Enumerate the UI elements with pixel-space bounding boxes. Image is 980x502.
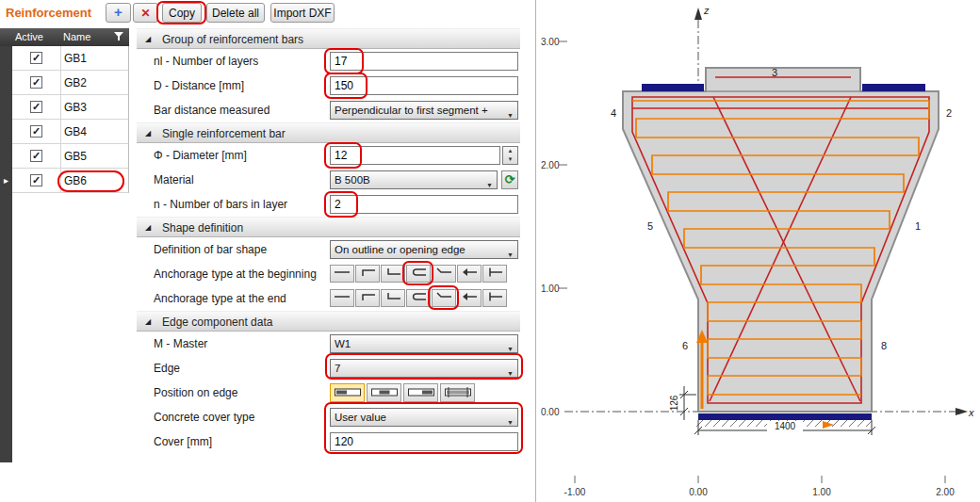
position-both-ends-button[interactable] (440, 383, 475, 402)
table-row[interactable]: ✓ GB1 (0, 46, 129, 71)
y-tick: 1.00 (541, 283, 560, 294)
column-header-active[interactable]: Active (15, 31, 43, 42)
z-axis-label: z (703, 5, 710, 16)
anchorage-hook-down-button[interactable] (355, 289, 380, 307)
check-icon: ✓ (32, 101, 41, 112)
edge-number: 4 (611, 107, 616, 119)
field-distance: D - Distance [mm] (137, 73, 520, 98)
table-row[interactable]: ✓ GB4 (0, 120, 129, 144)
properties-panel: ◢ Group of reinforcement bars nl - Numbe… (137, 28, 520, 463)
check-icon: ✓ (32, 52, 41, 63)
z-axis-arrow-icon (694, 8, 702, 20)
expander-icon: ◢ (145, 35, 151, 43)
anchorage-head-button[interactable] (457, 265, 482, 283)
edge-number: 5 (647, 220, 653, 232)
section-single-bar[interactable]: ◢ Single reinforcement bar (137, 122, 520, 143)
bearing-plate-left (642, 84, 704, 91)
add-reinforcement-button[interactable]: + (106, 3, 131, 23)
bar-distance-dropdown[interactable]: Perpendicular to first segment +▼ (330, 101, 518, 120)
active-checkbox[interactable]: ✓ (30, 76, 42, 89)
expander-icon: ◢ (145, 223, 151, 232)
check-icon: ✓ (32, 174, 41, 186)
active-checkbox[interactable]: ✓ (30, 174, 42, 186)
delete-all-button[interactable]: Delete all (206, 3, 265, 23)
number-of-layers-input[interactable] (330, 52, 518, 71)
cover-input[interactable] (330, 432, 518, 451)
cover-type-dropdown[interactable]: User value▼ (330, 408, 518, 427)
anchorage-loop-button[interactable] (406, 265, 431, 283)
anchorage-bend-button[interactable] (432, 265, 456, 283)
section-edge-component[interactable]: ◢ Edge component data (137, 311, 520, 332)
check-icon: ✓ (32, 125, 41, 137)
row-selector[interactable] (0, 46, 12, 71)
master-dropdown[interactable]: W1▼ (330, 334, 518, 353)
anchorage-hook-down-button[interactable] (355, 265, 380, 283)
field-material: Material B 500B▼ ⟳ (137, 168, 520, 192)
chevron-down-icon: ▼ (507, 107, 514, 120)
position-left-button[interactable] (330, 383, 365, 402)
diameter-spinner[interactable]: ▲ ▼ (502, 146, 518, 165)
field-cover-type: Concrete cover type User value▼ (137, 405, 520, 429)
anchorage-hook-up-button[interactable] (381, 265, 405, 283)
structure-diagram[interactable]: z x 3.00 2.00 1.00 0.00 -1.00 0.00 1.00 … (536, 0, 980, 502)
section-group-of-bars[interactable]: ◢ Group of reinforcement bars (137, 28, 520, 49)
row-name: GB4 (64, 125, 87, 138)
expander-icon: ◢ (145, 129, 151, 138)
anchorage-plate-button[interactable] (482, 265, 507, 283)
table-row[interactable]: ✓ GB3 (0, 95, 129, 120)
field-edge: Edge 7▼ (137, 356, 520, 381)
anchorage-straight-button[interactable] (330, 289, 354, 307)
position-right-button[interactable] (403, 383, 438, 402)
table-header: Active Name (0, 28, 129, 46)
delete-reinforcement-button[interactable]: ✕ (133, 3, 158, 23)
bars-in-layer-input[interactable] (330, 195, 518, 214)
active-checkbox[interactable]: ✓ (30, 125, 42, 138)
field-bar-distance-measured: Bar distance measured Perpendicular to f… (137, 98, 520, 122)
dim-width-label: 1400 (775, 421, 796, 431)
edge-number: 2 (946, 107, 952, 119)
distance-input[interactable] (330, 76, 518, 95)
anchorage-head-button[interactable] (457, 289, 482, 307)
anchorage-plate-button[interactable] (482, 289, 507, 307)
table-row-selected[interactable]: ▸ ✓ GB6 (0, 169, 129, 193)
x-axis-arrow-icon (956, 408, 968, 415)
chevron-down-icon: ▼ (507, 365, 514, 378)
bearing-plate-right (862, 84, 925, 91)
row-selector[interactable] (0, 95, 12, 120)
current-row-marker[interactable]: ▸ (0, 169, 12, 193)
edge-number: 3 (772, 67, 777, 78)
filter-icon[interactable] (114, 32, 123, 43)
spin-down-icon[interactable]: ▼ (503, 155, 517, 164)
row-name: GB2 (64, 76, 87, 89)
active-checkbox[interactable]: ✓ (30, 150, 42, 162)
table-row[interactable]: ✓ GB2 (0, 71, 129, 95)
row-selector[interactable] (0, 71, 12, 95)
diagram-pane: z x 3.00 2.00 1.00 0.00 -1.00 0.00 1.00 … (535, 0, 980, 502)
spin-up-icon[interactable]: ▲ (503, 147, 517, 155)
chevron-down-icon: ▼ (507, 414, 514, 427)
active-checkbox[interactable]: ✓ (30, 101, 42, 113)
field-cover: Cover [mm] (137, 429, 520, 454)
bar-shape-dropdown[interactable]: On outline or opening edge▼ (330, 240, 518, 259)
row-selector[interactable] (0, 144, 12, 169)
anchorage-loop-button[interactable] (406, 289, 431, 307)
diameter-input[interactable] (330, 146, 500, 165)
material-dropdown[interactable]: B 500B▼ (330, 170, 498, 189)
y-tick: 0.00 (541, 407, 560, 417)
x-tick: 0.00 (689, 487, 708, 497)
import-dxf-button[interactable]: Import DXF (270, 3, 335, 23)
column-header-name[interactable]: Name (63, 31, 90, 42)
field-anchorage-begin: Anchorage type at the beginning (137, 262, 520, 286)
table-row[interactable]: ✓ GB5 (0, 144, 129, 169)
position-center-button[interactable] (367, 383, 401, 402)
anchorage-straight-button[interactable] (330, 265, 354, 283)
anchorage-hook-up-button[interactable] (381, 289, 405, 307)
active-checkbox[interactable]: ✓ (30, 52, 42, 64)
edge-dropdown[interactable]: 7▼ (330, 359, 518, 378)
material-refresh-button[interactable]: ⟳ (501, 170, 518, 189)
row-selector[interactable] (0, 120, 12, 144)
x-tick: -1.00 (564, 487, 586, 497)
anchorage-bend-button[interactable] (432, 289, 456, 307)
section-shape-definition[interactable]: ◢ Shape definition (137, 217, 520, 237)
copy-button[interactable]: Copy (162, 3, 202, 23)
